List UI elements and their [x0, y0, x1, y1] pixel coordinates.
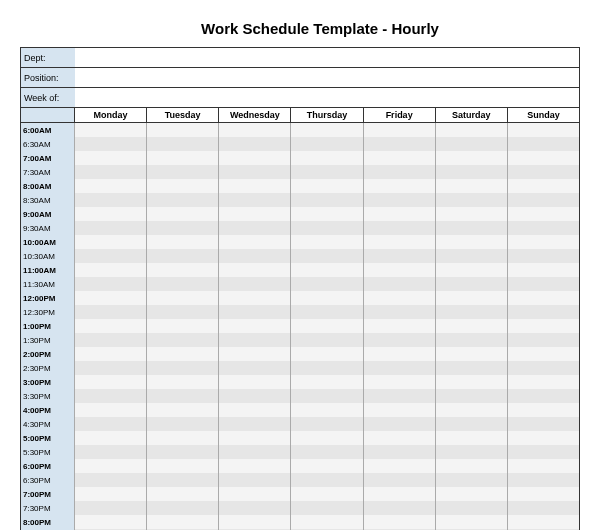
schedule-cell[interactable]	[291, 165, 363, 179]
schedule-cell[interactable]	[507, 403, 579, 417]
schedule-cell[interactable]	[291, 403, 363, 417]
schedule-cell[interactable]	[291, 431, 363, 445]
schedule-cell[interactable]	[363, 347, 435, 361]
schedule-cell[interactable]	[363, 137, 435, 151]
schedule-cell[interactable]	[75, 501, 147, 515]
schedule-cell[interactable]	[219, 515, 291, 529]
schedule-cell[interactable]	[75, 221, 147, 235]
schedule-cell[interactable]	[507, 473, 579, 487]
schedule-cell[interactable]	[147, 235, 219, 249]
schedule-cell[interactable]	[507, 277, 579, 291]
schedule-cell[interactable]	[75, 347, 147, 361]
schedule-cell[interactable]	[147, 165, 219, 179]
schedule-cell[interactable]	[507, 361, 579, 375]
schedule-cell[interactable]	[291, 179, 363, 193]
schedule-cell[interactable]	[291, 123, 363, 138]
schedule-cell[interactable]	[219, 487, 291, 501]
schedule-cell[interactable]	[363, 501, 435, 515]
schedule-cell[interactable]	[363, 375, 435, 389]
schedule-cell[interactable]	[435, 459, 507, 473]
schedule-cell[interactable]	[291, 291, 363, 305]
schedule-cell[interactable]	[435, 445, 507, 459]
schedule-cell[interactable]	[219, 319, 291, 333]
schedule-cell[interactable]	[75, 361, 147, 375]
schedule-cell[interactable]	[363, 431, 435, 445]
schedule-cell[interactable]	[363, 333, 435, 347]
schedule-cell[interactable]	[363, 319, 435, 333]
schedule-cell[interactable]	[363, 235, 435, 249]
schedule-cell[interactable]	[147, 487, 219, 501]
schedule-cell[interactable]	[507, 515, 579, 529]
schedule-cell[interactable]	[435, 235, 507, 249]
schedule-cell[interactable]	[147, 459, 219, 473]
schedule-cell[interactable]	[435, 319, 507, 333]
schedule-cell[interactable]	[507, 501, 579, 515]
schedule-cell[interactable]	[147, 221, 219, 235]
schedule-cell[interactable]	[507, 459, 579, 473]
schedule-cell[interactable]	[507, 487, 579, 501]
schedule-cell[interactable]	[363, 473, 435, 487]
schedule-cell[interactable]	[75, 403, 147, 417]
schedule-cell[interactable]	[507, 291, 579, 305]
schedule-cell[interactable]	[291, 473, 363, 487]
schedule-cell[interactable]	[435, 179, 507, 193]
schedule-cell[interactable]	[219, 389, 291, 403]
schedule-cell[interactable]	[219, 165, 291, 179]
schedule-cell[interactable]	[363, 515, 435, 529]
schedule-cell[interactable]	[363, 151, 435, 165]
schedule-cell[interactable]	[147, 375, 219, 389]
schedule-cell[interactable]	[75, 487, 147, 501]
schedule-cell[interactable]	[435, 333, 507, 347]
schedule-cell[interactable]	[507, 305, 579, 319]
schedule-cell[interactable]	[147, 305, 219, 319]
schedule-cell[interactable]	[147, 333, 219, 347]
schedule-cell[interactable]	[507, 123, 579, 138]
schedule-cell[interactable]	[435, 221, 507, 235]
schedule-cell[interactable]	[147, 277, 219, 291]
schedule-cell[interactable]	[75, 291, 147, 305]
schedule-cell[interactable]	[363, 403, 435, 417]
schedule-cell[interactable]	[435, 473, 507, 487]
schedule-cell[interactable]	[363, 249, 435, 263]
schedule-cell[interactable]	[219, 375, 291, 389]
schedule-cell[interactable]	[147, 389, 219, 403]
schedule-cell[interactable]	[435, 137, 507, 151]
schedule-cell[interactable]	[147, 179, 219, 193]
schedule-cell[interactable]	[507, 347, 579, 361]
schedule-cell[interactable]	[435, 361, 507, 375]
schedule-cell[interactable]	[219, 221, 291, 235]
schedule-cell[interactable]	[219, 291, 291, 305]
schedule-cell[interactable]	[507, 319, 579, 333]
schedule-cell[interactable]	[435, 249, 507, 263]
schedule-cell[interactable]	[507, 235, 579, 249]
schedule-cell[interactable]	[75, 123, 147, 138]
schedule-cell[interactable]	[507, 151, 579, 165]
schedule-cell[interactable]	[219, 151, 291, 165]
schedule-cell[interactable]	[291, 235, 363, 249]
schedule-cell[interactable]	[507, 221, 579, 235]
schedule-cell[interactable]	[75, 515, 147, 529]
schedule-cell[interactable]	[291, 319, 363, 333]
schedule-cell[interactable]	[291, 263, 363, 277]
schedule-cell[interactable]	[147, 361, 219, 375]
schedule-cell[interactable]	[363, 207, 435, 221]
schedule-cell[interactable]	[507, 333, 579, 347]
schedule-cell[interactable]	[291, 347, 363, 361]
schedule-cell[interactable]	[219, 179, 291, 193]
schedule-cell[interactable]	[147, 473, 219, 487]
schedule-cell[interactable]	[363, 389, 435, 403]
schedule-cell[interactable]	[291, 207, 363, 221]
schedule-cell[interactable]	[291, 137, 363, 151]
schedule-cell[interactable]	[363, 291, 435, 305]
schedule-cell[interactable]	[219, 459, 291, 473]
schedule-cell[interactable]	[291, 361, 363, 375]
schedule-cell[interactable]	[147, 263, 219, 277]
schedule-cell[interactable]	[435, 291, 507, 305]
schedule-cell[interactable]	[75, 389, 147, 403]
schedule-cell[interactable]	[219, 193, 291, 207]
schedule-cell[interactable]	[291, 501, 363, 515]
schedule-cell[interactable]	[147, 515, 219, 529]
schedule-cell[interactable]	[75, 263, 147, 277]
schedule-cell[interactable]	[75, 319, 147, 333]
schedule-cell[interactable]	[435, 347, 507, 361]
